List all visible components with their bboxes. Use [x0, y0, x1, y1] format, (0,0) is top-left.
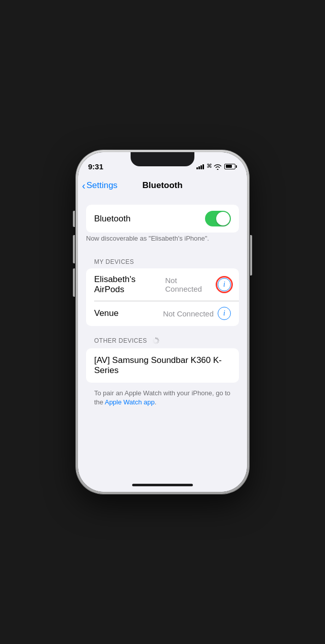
wifi-icon: ⌘ — [207, 163, 222, 169]
svg-line-1 — [157, 338, 157, 339]
back-button[interactable]: ‹ Settings — [82, 180, 117, 191]
venue-status: Not Connected — [163, 309, 214, 318]
bluetooth-toggle-card: Bluetooth — [86, 205, 239, 233]
apple-watch-app-link[interactable]: Apple Watch app — [105, 398, 155, 406]
bluetooth-label: Bluetooth — [94, 214, 131, 224]
battery-icon — [224, 164, 237, 169]
screen: 9:31 ⌘ — [78, 152, 247, 492]
svg-line-5 — [157, 342, 157, 343]
other-devices-card: [AV] Samsung Soundbar K360 K-Series — [86, 348, 239, 383]
phone-frame: 9:31 ⌘ — [76, 150, 249, 494]
my-devices-header: MY DEVICES — [78, 248, 247, 268]
bluetooth-toggle-row: Bluetooth — [86, 205, 239, 233]
power-button[interactable] — [250, 235, 252, 275]
info-icon: i — [223, 309, 225, 317]
discoverable-text: Now discoverable as "Elisabeth's iPhone"… — [78, 233, 247, 248]
venue-info-button[interactable]: i — [218, 307, 231, 320]
status-icons: ⌘ — [196, 163, 237, 169]
mute-button[interactable] — [73, 211, 75, 227]
svg-line-2 — [157, 339, 158, 340]
svg-line-4 — [157, 342, 158, 342]
airpods-row: Elisabeth's AirPods Not Connected i — [86, 268, 239, 301]
notch — [131, 152, 194, 166]
airpods-info-button[interactable]: i — [218, 278, 231, 291]
other-devices-section: OTHER DEVICES — [78, 326, 247, 348]
airpods-status: Not Connected — [165, 276, 214, 293]
my-devices-card: Elisabeth's AirPods Not Connected i Venu… — [86, 268, 239, 326]
svg-line-10 — [153, 339, 154, 340]
toggle-knob — [216, 212, 230, 225]
signal-icon — [196, 163, 204, 169]
content-area: Bluetooth Now discoverable as "Elisabeth… — [78, 197, 247, 478]
home-indicator — [78, 478, 247, 492]
footer-text-after: . — [155, 398, 157, 406]
bluetooth-toggle[interactable] — [205, 211, 231, 226]
page-title: Bluetooth — [142, 180, 182, 191]
phone-inner: 9:31 ⌘ — [78, 152, 247, 492]
svg-line-11 — [154, 338, 155, 339]
venue-row: Venue Not Connected i — [86, 301, 239, 326]
volume-down-button[interactable] — [73, 268, 75, 297]
back-chevron-icon: ‹ — [82, 180, 86, 191]
airpods-right: Not Connected i — [165, 276, 231, 293]
home-bar[interactable] — [132, 484, 193, 486]
footer-text: To pair an Apple Watch with your iPhone,… — [78, 383, 247, 413]
status-time: 9:31 — [88, 162, 103, 171]
samsung-soundbar-row[interactable]: [AV] Samsung Soundbar K360 K-Series — [86, 348, 239, 383]
info-icon: i — [223, 281, 225, 289]
samsung-soundbar-name: [AV] Samsung Soundbar K360 K-Series — [94, 355, 231, 376]
navigation-bar: ‹ Settings Bluetooth — [78, 174, 247, 197]
venue-right: Not Connected i — [163, 307, 231, 320]
other-devices-label: OTHER DEVICES — [94, 337, 147, 344]
svg-line-8 — [153, 342, 154, 342]
loading-spinner — [151, 336, 160, 345]
svg-line-7 — [154, 342, 155, 343]
back-label: Settings — [87, 180, 117, 191]
venue-name: Venue — [94, 308, 118, 318]
volume-up-button[interactable] — [73, 235, 75, 263]
status-bar: 9:31 ⌘ — [78, 152, 247, 174]
airpods-name: Elisabeth's AirPods — [94, 274, 165, 295]
